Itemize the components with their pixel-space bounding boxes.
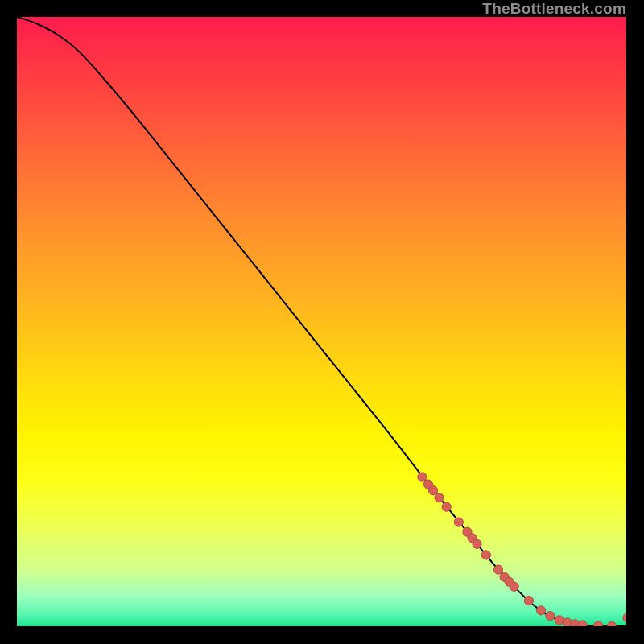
watermark-text: TheBottleneck.com [482, 0, 626, 18]
data-point [493, 565, 502, 574]
data-point [418, 473, 427, 481]
curve-layer [17, 17, 626, 626]
data-point [594, 621, 603, 626]
data-point [454, 518, 463, 526]
data-point [578, 621, 587, 626]
chart-plot-area [17, 17, 626, 626]
data-point [442, 502, 451, 511]
data-point [546, 612, 555, 621]
data-point [536, 606, 545, 615]
curve-path [17, 17, 626, 626]
data-point [524, 597, 533, 605]
data-point [510, 582, 518, 591]
chart-stage: TheBottleneck.com [0, 0, 644, 644]
data-point [481, 551, 490, 559]
points-layer [418, 473, 626, 626]
data-point [623, 613, 626, 622]
data-point [435, 493, 444, 502]
data-point [607, 621, 616, 626]
data-point [428, 486, 437, 495]
data-point [473, 539, 481, 548]
chart-svg [17, 17, 626, 626]
